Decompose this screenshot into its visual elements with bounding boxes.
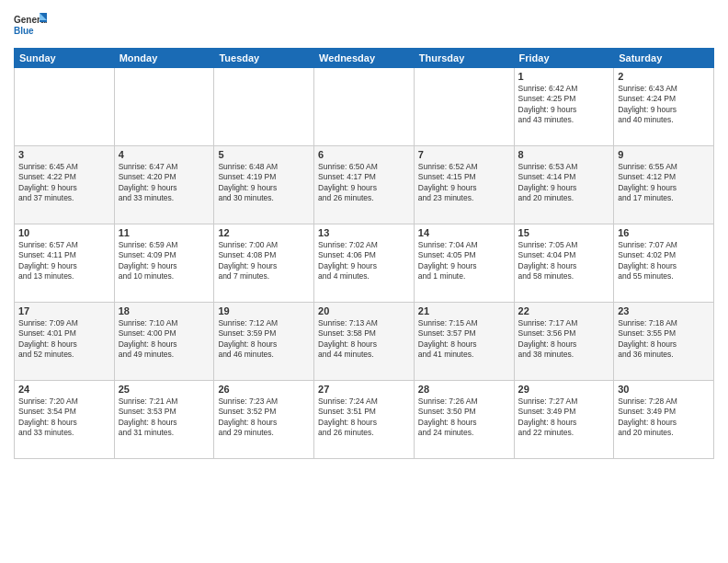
cell-3-4: 21Sunrise: 7:15 AM Sunset: 3:57 PM Dayli…	[414, 303, 514, 381]
day-info-11: Sunrise: 6:59 AM Sunset: 4:09 PM Dayligh…	[119, 240, 210, 282]
cell-0-5: 1Sunrise: 6:42 AM Sunset: 4:25 PM Daylig…	[514, 68, 614, 146]
header: General Blue	[14, 9, 714, 42]
header-row: SundayMondayTuesdayWednesdayThursdayFrid…	[15, 49, 714, 68]
cell-3-1: 18Sunrise: 7:10 AM Sunset: 4:00 PM Dayli…	[114, 303, 214, 381]
day-info-29: Sunrise: 7:27 AM Sunset: 3:49 PM Dayligh…	[518, 396, 610, 439]
day-number-1: 1	[518, 71, 610, 82]
cell-2-6: 16Sunrise: 7:07 AM Sunset: 4:02 PM Dayli…	[614, 224, 714, 303]
day-info-16: Sunrise: 7:07 AM Sunset: 4:02 PM Dayligh…	[618, 240, 710, 282]
header-saturday: Saturday	[614, 49, 714, 68]
cell-2-1: 11Sunrise: 6:59 AM Sunset: 4:09 PM Dayli…	[114, 224, 214, 303]
day-number-22: 22	[518, 305, 610, 316]
cell-0-4	[414, 68, 514, 146]
day-info-9: Sunrise: 6:55 AM Sunset: 4:12 PM Dayligh…	[618, 162, 710, 204]
cell-4-5: 29Sunrise: 7:27 AM Sunset: 3:49 PM Dayli…	[514, 381, 614, 459]
day-number-11: 11	[119, 227, 210, 238]
day-info-14: Sunrise: 7:04 AM Sunset: 4:05 PM Dayligh…	[418, 240, 510, 282]
cell-3-5: 22Sunrise: 7:17 AM Sunset: 3:56 PM Dayli…	[514, 303, 614, 381]
cell-0-0	[15, 68, 115, 146]
cell-1-0: 3Sunrise: 6:45 AM Sunset: 4:22 PM Daylig…	[15, 146, 115, 224]
day-info-8: Sunrise: 6:53 AM Sunset: 4:14 PM Dayligh…	[518, 162, 610, 204]
day-number-16: 16	[618, 227, 710, 238]
day-number-13: 13	[318, 227, 410, 238]
cell-4-2: 26Sunrise: 7:23 AM Sunset: 3:52 PM Dayli…	[214, 381, 314, 459]
day-number-30: 30	[618, 384, 710, 395]
cell-3-0: 17Sunrise: 7:09 AM Sunset: 4:01 PM Dayli…	[15, 303, 115, 381]
day-number-21: 21	[418, 305, 510, 316]
day-info-5: Sunrise: 6:48 AM Sunset: 4:19 PM Dayligh…	[218, 162, 310, 204]
cell-1-1: 4Sunrise: 6:47 AM Sunset: 4:20 PM Daylig…	[114, 146, 214, 224]
cell-1-2: 5Sunrise: 6:48 AM Sunset: 4:19 PM Daylig…	[214, 146, 314, 224]
cell-0-2	[214, 68, 314, 146]
cell-4-1: 25Sunrise: 7:21 AM Sunset: 3:53 PM Dayli…	[114, 381, 214, 459]
cell-4-3: 27Sunrise: 7:24 AM Sunset: 3:51 PM Dayli…	[314, 381, 415, 459]
cell-1-4: 7Sunrise: 6:52 AM Sunset: 4:15 PM Daylig…	[414, 146, 514, 224]
day-number-25: 25	[119, 384, 210, 395]
day-info-12: Sunrise: 7:00 AM Sunset: 4:08 PM Dayligh…	[218, 240, 310, 282]
week-row-1: 1Sunrise: 6:42 AM Sunset: 4:25 PM Daylig…	[15, 68, 714, 146]
header-wednesday: Wednesday	[314, 49, 415, 68]
day-info-13: Sunrise: 7:02 AM Sunset: 4:06 PM Dayligh…	[318, 240, 410, 282]
cell-0-6: 2Sunrise: 6:43 AM Sunset: 4:24 PM Daylig…	[614, 68, 714, 146]
day-info-27: Sunrise: 7:24 AM Sunset: 3:51 PM Dayligh…	[318, 396, 410, 439]
day-info-3: Sunrise: 6:45 AM Sunset: 4:22 PM Dayligh…	[18, 162, 110, 204]
day-info-24: Sunrise: 7:20 AM Sunset: 3:54 PM Dayligh…	[18, 396, 110, 439]
cell-4-0: 24Sunrise: 7:20 AM Sunset: 3:54 PM Dayli…	[15, 381, 115, 459]
day-number-28: 28	[418, 384, 510, 395]
day-info-25: Sunrise: 7:21 AM Sunset: 3:53 PM Dayligh…	[119, 396, 210, 439]
day-info-30: Sunrise: 7:28 AM Sunset: 3:49 PM Dayligh…	[618, 396, 710, 439]
logo-bird-icon: General Blue	[14, 9, 47, 42]
cell-2-4: 14Sunrise: 7:04 AM Sunset: 4:05 PM Dayli…	[414, 224, 514, 303]
page: General Blue SundayMondayTuesdayWednesda…	[0, 0, 728, 563]
day-info-21: Sunrise: 7:15 AM Sunset: 3:57 PM Dayligh…	[418, 318, 510, 361]
day-info-23: Sunrise: 7:18 AM Sunset: 3:55 PM Dayligh…	[618, 318, 710, 361]
day-number-4: 4	[119, 149, 210, 160]
day-info-7: Sunrise: 6:52 AM Sunset: 4:15 PM Dayligh…	[418, 162, 510, 204]
week-row-2: 3Sunrise: 6:45 AM Sunset: 4:22 PM Daylig…	[15, 146, 714, 224]
cell-3-2: 19Sunrise: 7:12 AM Sunset: 3:59 PM Dayli…	[214, 303, 314, 381]
cell-2-5: 15Sunrise: 7:05 AM Sunset: 4:04 PM Dayli…	[514, 224, 614, 303]
day-info-22: Sunrise: 7:17 AM Sunset: 3:56 PM Dayligh…	[518, 318, 610, 361]
week-row-5: 24Sunrise: 7:20 AM Sunset: 3:54 PM Dayli…	[15, 381, 714, 459]
day-number-19: 19	[218, 305, 310, 316]
day-number-2: 2	[618, 71, 710, 82]
day-number-18: 18	[119, 305, 210, 316]
day-number-20: 20	[318, 305, 410, 316]
day-number-17: 17	[18, 305, 110, 316]
day-number-5: 5	[218, 149, 310, 160]
header-tuesday: Tuesday	[214, 49, 314, 68]
cell-2-2: 12Sunrise: 7:00 AM Sunset: 4:08 PM Dayli…	[214, 224, 314, 303]
day-number-9: 9	[618, 149, 710, 160]
day-number-10: 10	[18, 227, 110, 238]
day-info-17: Sunrise: 7:09 AM Sunset: 4:01 PM Dayligh…	[18, 318, 110, 361]
cell-4-6: 30Sunrise: 7:28 AM Sunset: 3:49 PM Dayli…	[614, 381, 714, 459]
day-info-15: Sunrise: 7:05 AM Sunset: 4:04 PM Dayligh…	[518, 240, 610, 282]
day-info-6: Sunrise: 6:50 AM Sunset: 4:17 PM Dayligh…	[318, 162, 410, 204]
cell-1-3: 6Sunrise: 6:50 AM Sunset: 4:17 PM Daylig…	[314, 146, 415, 224]
cell-3-3: 20Sunrise: 7:13 AM Sunset: 3:58 PM Dayli…	[314, 303, 415, 381]
day-info-20: Sunrise: 7:13 AM Sunset: 3:58 PM Dayligh…	[318, 318, 410, 361]
header-sunday: Sunday	[15, 49, 115, 68]
day-number-3: 3	[18, 149, 110, 160]
day-number-29: 29	[518, 384, 610, 395]
cell-1-6: 9Sunrise: 6:55 AM Sunset: 4:12 PM Daylig…	[614, 146, 714, 224]
cell-0-3	[314, 68, 415, 146]
day-info-1: Sunrise: 6:42 AM Sunset: 4:25 PM Dayligh…	[518, 84, 610, 126]
cell-2-0: 10Sunrise: 6:57 AM Sunset: 4:11 PM Dayli…	[15, 224, 115, 303]
day-number-23: 23	[618, 305, 710, 316]
week-row-3: 10Sunrise: 6:57 AM Sunset: 4:11 PM Dayli…	[15, 224, 714, 303]
cell-4-4: 28Sunrise: 7:26 AM Sunset: 3:50 PM Dayli…	[414, 381, 514, 459]
header-monday: Monday	[114, 49, 214, 68]
day-number-14: 14	[418, 227, 510, 238]
day-number-24: 24	[18, 384, 110, 395]
day-number-15: 15	[518, 227, 610, 238]
day-number-6: 6	[318, 149, 410, 160]
svg-text:Blue: Blue	[14, 26, 34, 36]
day-info-28: Sunrise: 7:26 AM Sunset: 3:50 PM Dayligh…	[418, 396, 510, 439]
header-thursday: Thursday	[414, 49, 514, 68]
day-info-10: Sunrise: 6:57 AM Sunset: 4:11 PM Dayligh…	[18, 240, 110, 282]
day-number-12: 12	[218, 227, 310, 238]
day-number-7: 7	[418, 149, 510, 160]
day-number-26: 26	[218, 384, 310, 395]
cell-0-1	[114, 68, 214, 146]
